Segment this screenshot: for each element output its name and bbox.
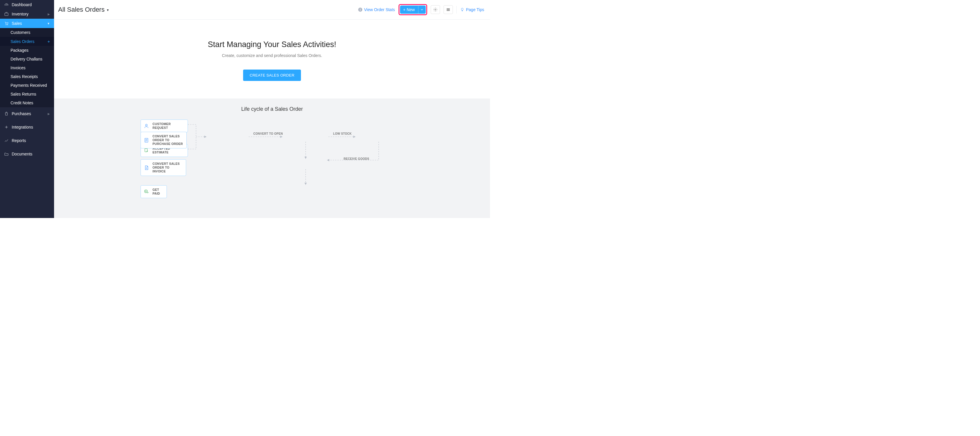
- sidebar: Dashboard Inventory ▶ Sales ▼ Customers …: [0, 0, 54, 218]
- node-customer-request: CUSTOMER REQUEST: [140, 119, 188, 132]
- new-button-dropdown[interactable]: [418, 6, 426, 14]
- link-label: Page Tips: [466, 7, 484, 12]
- gear-icon: [433, 7, 438, 12]
- label-convert-open: CONVERT TO OPEN: [253, 132, 283, 135]
- nav-reports[interactable]: Reports: [0, 136, 54, 145]
- svg-marker-17: [327, 159, 329, 161]
- reports-icon: [4, 138, 9, 143]
- label-low-stock: LOW STOCK: [333, 132, 352, 135]
- dashboard-icon: [4, 2, 9, 7]
- chevron-down-icon: ▼: [107, 8, 109, 12]
- subnav-customers[interactable]: Customers: [0, 28, 54, 37]
- invoice-icon: [144, 165, 149, 170]
- link-label: View Order Stats: [364, 7, 395, 12]
- nav-label: Inventory: [12, 12, 29, 16]
- svg-marker-12: [280, 135, 283, 138]
- purchase-order-icon: [144, 138, 149, 143]
- node-label: GET PAID: [153, 188, 163, 196]
- node-label: CONVERT SALES ORDER TO INVOICE: [153, 162, 182, 173]
- subnav-label: Invoices: [11, 65, 25, 70]
- nav-label: Purchases: [12, 111, 31, 116]
- view-order-stats-link[interactable]: i View Order Stats: [358, 7, 395, 12]
- chevron-right-icon: ▶: [48, 112, 50, 115]
- subnav-delivery-challans[interactable]: Delivery Challans: [0, 55, 54, 64]
- nav-dashboard[interactable]: Dashboard: [0, 0, 54, 10]
- empty-state: Start Managing Your Sales Activities! Cr…: [54, 19, 490, 99]
- money-icon: $: [144, 189, 149, 194]
- node-convert-po: CONVERT SALES ORDER TO PURCHASE ORDER: [140, 132, 187, 148]
- folder-icon: [4, 152, 9, 156]
- add-icon[interactable]: +: [47, 39, 50, 44]
- svg-marker-16: [304, 157, 307, 159]
- subnav-label: Customers: [11, 30, 30, 35]
- svg-text:$: $: [145, 190, 147, 193]
- svg-point-5: [435, 9, 436, 10]
- nav-inventory[interactable]: Inventory ▶: [0, 10, 54, 19]
- settings-button[interactable]: [431, 5, 440, 14]
- page-tips-link[interactable]: Page Tips: [460, 7, 484, 12]
- lifecycle-title: Life cycle of a Sales Order: [60, 106, 484, 112]
- nav-label: Documents: [12, 152, 32, 156]
- hero-subtitle: Create, customize and send professional …: [60, 53, 484, 58]
- svg-marker-19: [304, 183, 307, 185]
- menu-button[interactable]: [444, 5, 453, 14]
- subnav-label: Sales Receipts: [11, 74, 38, 79]
- node-label: CUSTOMER REQUEST: [153, 122, 184, 130]
- label-receive-goods: RECEIVE GOODS: [344, 157, 369, 161]
- svg-point-3: [7, 25, 8, 25]
- svg-point-2: [6, 25, 6, 25]
- topbar-actions: i View Order Stats + New: [358, 4, 484, 15]
- nav-sales[interactable]: Sales ▼: [0, 19, 54, 28]
- subnav-label: Credit Notes: [11, 100, 33, 105]
- node-convert-invoice: CONVERT SALES ORDER TO INVOICE: [140, 159, 186, 176]
- inventory-icon: [4, 12, 9, 16]
- plus-icon: +: [403, 7, 406, 12]
- subnav-label: Packages: [11, 48, 28, 53]
- main-content: All Sales Orders ▼ i View Order Stats + …: [54, 0, 490, 218]
- chevron-right-icon: ▶: [48, 13, 50, 16]
- subnav-sales-orders[interactable]: Sales Orders +: [0, 37, 54, 46]
- new-button[interactable]: + New: [400, 6, 418, 14]
- nav-label: Sales: [12, 21, 22, 26]
- svg-rect-1: [5, 13, 8, 16]
- topbar: All Sales Orders ▼ i View Order Stats + …: [54, 0, 490, 19]
- subnav-packages[interactable]: Packages: [0, 46, 54, 55]
- bag-icon: [4, 111, 9, 116]
- cart-icon: [4, 21, 9, 26]
- svg-point-20: [145, 124, 147, 126]
- subnav-payments-received[interactable]: Payments Received: [0, 81, 54, 90]
- chevron-down-icon: ▼: [47, 22, 50, 25]
- subnav-label: Delivery Challans: [11, 57, 42, 61]
- subnav-credit-notes[interactable]: Credit Notes: [0, 99, 54, 107]
- nav-integrations[interactable]: Integrations: [0, 123, 54, 132]
- create-sales-order-button[interactable]: CREATE SALES ORDER: [243, 70, 301, 81]
- subnav-label: Sales Orders: [11, 39, 35, 44]
- integrations-icon: [4, 125, 9, 129]
- menu-icon: [446, 7, 450, 12]
- nav-documents[interactable]: Documents: [0, 149, 54, 159]
- info-icon: i: [358, 8, 362, 12]
- subnav-sales-receipts[interactable]: Sales Receipts: [0, 72, 54, 81]
- lifecycle-diagram: CUSTOMER REQUEST ACCEPTED ESTIMATE CREAT…: [140, 119, 404, 206]
- user-icon: [144, 123, 149, 129]
- nav-purchases[interactable]: Purchases ▶: [0, 109, 54, 118]
- new-button-highlight: + New: [399, 4, 427, 15]
- subnav-invoices[interactable]: Invoices: [0, 64, 54, 72]
- svg-marker-14: [353, 135, 356, 138]
- svg-point-4: [6, 127, 7, 128]
- subnav-label: Payments Received: [11, 83, 47, 88]
- bulb-icon: [460, 8, 464, 12]
- subnav-sales-returns[interactable]: Sales Returns: [0, 90, 54, 99]
- nav-label: Reports: [12, 138, 26, 143]
- lifecycle-section: Life cycle of a Sales Order: [54, 99, 490, 218]
- subnav-label: Sales Returns: [11, 92, 36, 96]
- nav-label: Dashboard: [12, 2, 32, 7]
- node-label: CONVERT SALES ORDER TO PURCHASE ORDER: [153, 134, 183, 146]
- sales-submenu: Customers Sales Orders + Packages Delive…: [0, 28, 54, 107]
- svg-marker-10: [204, 135, 207, 138]
- nav-label: Integrations: [12, 125, 33, 129]
- node-get-paid: $ GET PAID: [140, 185, 167, 198]
- estimate-icon: [144, 148, 149, 153]
- page-title-dropdown[interactable]: All Sales Orders ▼: [58, 6, 109, 13]
- page-title: All Sales Orders: [58, 6, 105, 13]
